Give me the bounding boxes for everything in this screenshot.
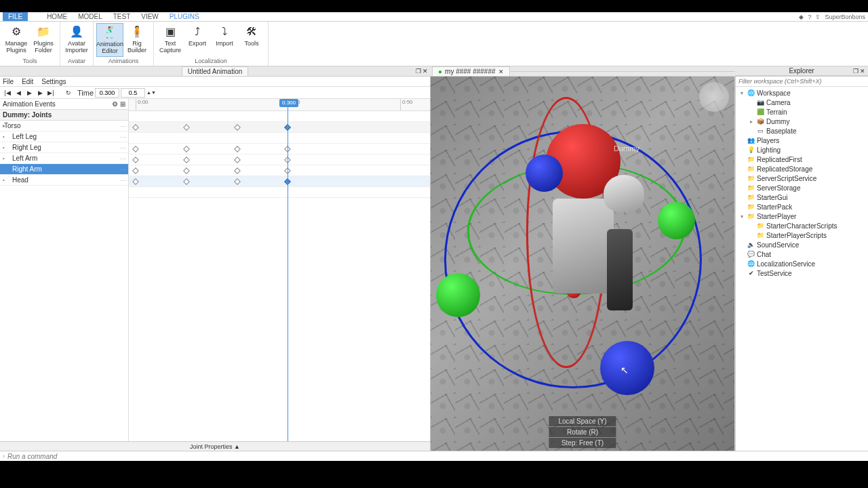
joint-right-arm[interactable]: •Right Arm⋯ — [0, 164, 128, 175]
undock-icon[interactable]: ❐ — [416, 68, 421, 75]
first-frame-button[interactable]: |◀ — [3, 88, 12, 98]
add-event-icon[interactable]: ⊞ — [120, 100, 125, 108]
help-icon[interactable]: ? — [808, 14, 811, 20]
joint-menu-icon[interactable]: ⋯ — [120, 134, 125, 140]
playhead[interactable]: 0.300 — [288, 99, 288, 441]
expand-icon[interactable]: • — [3, 134, 5, 140]
handle-green[interactable] — [658, 202, 695, 239]
tree-node-workspace[interactable]: ▾🌐Workspace — [736, 88, 868, 98]
expand-icon[interactable]: • — [3, 177, 5, 183]
joint-menu-icon[interactable]: ⋯ — [120, 156, 125, 161]
keyframe[interactable] — [183, 146, 190, 152]
command-bar[interactable]: › — [0, 451, 868, 461]
scene-tab[interactable]: ● my #### ###### ✕ — [432, 66, 510, 76]
anim-menu-file[interactable]: File — [3, 78, 14, 85]
keyframe[interactable] — [183, 157, 190, 163]
keyframe[interactable] — [132, 146, 139, 152]
handle-green[interactable] — [436, 273, 480, 317]
joint-right-leg[interactable]: •Right Leg⋯ — [0, 142, 128, 153]
keyframe[interactable] — [183, 178, 190, 185]
tree-node-starterplayerscripts[interactable]: 📁StarterPlayerScripts — [736, 230, 868, 240]
tree-node-baseplate[interactable]: ▭Baseplate — [736, 126, 868, 136]
track-right-leg[interactable] — [129, 155, 430, 165]
text-capture[interactable]: ▣TextCapture — [157, 23, 184, 57]
close-icon[interactable]: ✕ — [860, 68, 865, 75]
avatar-importer[interactable]: 👤AvatarImporter — [63, 23, 90, 57]
track-torso[interactable] — [129, 133, 430, 144]
anim-menu-settings[interactable]: Settings — [41, 78, 66, 85]
timeline[interactable]: 0:000:300:50 0.300 — [129, 99, 430, 441]
export-button[interactable]: ⤴Export — [184, 23, 211, 57]
ribbon-tab-view[interactable]: VIEW — [136, 12, 164, 21]
expand-icon[interactable]: ▾ — [738, 214, 745, 220]
plugins-folder[interactable]: 📁PluginsFolder — [30, 23, 57, 57]
track-left-arm[interactable] — [129, 165, 430, 176]
joint-menu-icon[interactable]: ⋯ — [120, 145, 125, 150]
tree-node-starterpack[interactable]: 📁StarterPack — [736, 202, 868, 211]
undock-icon[interactable]: ❐ — [853, 68, 859, 75]
time-input[interactable] — [95, 88, 119, 98]
tree-node-testservice[interactable]: ✔TestService — [736, 268, 868, 278]
tree-node-localizationservice[interactable]: 🌐LocalizationService — [736, 259, 868, 268]
rig-builder[interactable]: 🧍RigBuilder — [123, 23, 151, 57]
viewport[interactable]: Dummy ↖ Local Space (Y)Rotate (R)Step: F… — [431, 77, 735, 451]
joint-menu-icon[interactable]: ⋯ — [120, 167, 125, 172]
tree-node-starterplayer[interactable]: ▾📁StarterPlayer — [736, 211, 868, 221]
joint-menu-icon[interactable]: ⋯ — [120, 178, 125, 183]
view-cube[interactable] — [699, 82, 729, 112]
keyframe[interactable] — [234, 146, 241, 152]
keyframe[interactable] — [132, 178, 139, 185]
ribbon-tab-test[interactable]: TEST — [108, 12, 136, 21]
keyframe[interactable] — [234, 167, 241, 174]
joint-head[interactable]: •Head⋯ — [0, 175, 128, 186]
tree-node-soundservice[interactable]: 🔈SoundService — [736, 240, 868, 249]
joint-left-arm[interactable]: •Left Arm⋯ — [0, 153, 128, 164]
expand-icon[interactable]: • — [3, 155, 5, 161]
time-stepper[interactable]: ▲▼ — [146, 88, 156, 98]
expand-icon[interactable]: ▾ — [738, 90, 745, 96]
play-button[interactable]: ▶ — [24, 88, 34, 98]
keyframe[interactable] — [234, 178, 241, 185]
tree-node-startergui[interactable]: 📁StarterGui — [736, 192, 868, 202]
events-track[interactable] — [129, 111, 430, 122]
command-input[interactable] — [7, 453, 865, 460]
expand-icon[interactable]: • — [3, 166, 5, 172]
import-button[interactable]: ⤵Import — [211, 23, 238, 57]
expand-icon[interactable]: ▸ — [748, 119, 755, 125]
tree-node-replicatedfirst[interactable]: 📁ReplicatedFirst — [736, 155, 868, 164]
prev-frame-button[interactable]: ◀ — [14, 88, 23, 98]
tree-node-dummy[interactable]: ▸📦Dummy — [736, 117, 868, 126]
gear-icon[interactable]: ⚙ — [112, 100, 118, 108]
ribbon-tab-model[interactable]: MODEL — [73, 12, 108, 21]
track-left-leg[interactable] — [129, 144, 430, 155]
filter-input[interactable] — [736, 77, 868, 86]
tree-node-replicatedstorage[interactable]: 📁ReplicatedStorage — [736, 164, 868, 174]
loop-button[interactable]: ↻ — [64, 88, 73, 98]
joint-properties-toggle[interactable]: Joint Properties ▲ — [0, 441, 430, 451]
track-right-arm[interactable] — [129, 176, 430, 187]
tree-node-terrain[interactable]: 🟩Terrain — [736, 107, 868, 117]
explorer-tree[interactable]: ▾🌐Workspace📷Camera🟩Terrain▸📦Dummy▭Basepl… — [736, 87, 868, 451]
keyframe[interactable] — [132, 167, 139, 174]
animation-editor[interactable]: 🕺AnimationEditor — [96, 23, 123, 57]
tree-node-serverstorage[interactable]: 📁ServerStorage — [736, 183, 868, 192]
keyframe[interactable] — [132, 157, 139, 163]
tree-node-players[interactable]: 👥Players — [736, 136, 868, 145]
expand-icon[interactable]: ▸ — [3, 123, 5, 129]
next-frame-button[interactable]: ▶ — [35, 88, 45, 98]
ribbon-tab-home[interactable]: HOME — [41, 12, 73, 21]
manage-plugins[interactable]: ⚙ManagePlugins — [3, 23, 30, 57]
close-icon[interactable]: ✕ — [422, 68, 428, 75]
keyframe[interactable] — [234, 157, 241, 163]
animation-tab[interactable]: Untitled Animation — [182, 66, 249, 76]
track-head[interactable] — [129, 187, 430, 198]
file-menu[interactable]: FILE — [3, 12, 28, 21]
tree-node-startercharacterscripts[interactable]: 📁StarterCharacterScripts — [736, 221, 868, 230]
last-frame-button[interactable]: ▶| — [46, 88, 56, 98]
close-icon[interactable]: ✕ — [498, 68, 504, 75]
tree-node-lighting[interactable]: 💡Lighting — [736, 145, 868, 155]
tree-node-chat[interactable]: 💬Chat — [736, 249, 868, 259]
joint-torso[interactable]: ▸Torso⋯ — [0, 121, 128, 131]
tools-button[interactable]: 🛠Tools — [238, 23, 265, 57]
snap-input[interactable] — [121, 88, 145, 98]
